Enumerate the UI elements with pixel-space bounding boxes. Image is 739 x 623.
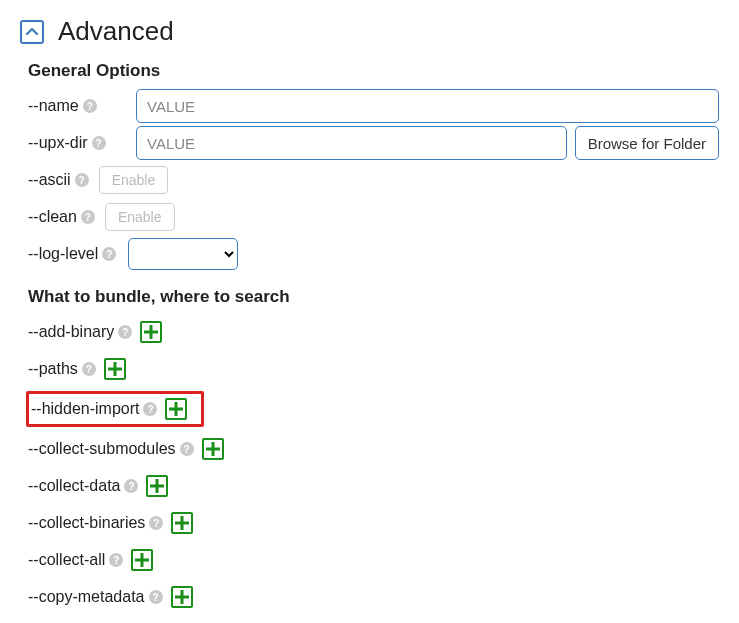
row-paths: --paths ? xyxy=(28,352,719,386)
section-heading: Advanced xyxy=(58,16,174,47)
label-upxdir: --upx-dir xyxy=(28,134,88,152)
general-options-title: General Options xyxy=(28,61,719,81)
label-hidden-import: --hidden-import xyxy=(31,400,139,418)
advanced-header: Advanced xyxy=(20,16,719,47)
collect-binaries-plus-button[interactable] xyxy=(171,512,193,534)
row-collect-all: --collect-all ? xyxy=(28,543,719,577)
row-collect-data: --collect-data ? xyxy=(28,469,719,503)
help-icon[interactable]: ? xyxy=(180,442,194,456)
help-icon[interactable]: ? xyxy=(82,362,96,376)
row-clean: --clean ? Enable xyxy=(28,200,719,234)
plus-icon xyxy=(150,479,164,493)
hidden-import-highlight: --hidden-import ? xyxy=(26,391,204,427)
chevron-up-icon xyxy=(25,25,39,39)
plus-icon xyxy=(135,553,149,567)
plus-icon xyxy=(169,402,183,416)
label-add-binary: --add-binary xyxy=(28,323,114,341)
label-ascii: --ascii xyxy=(28,171,71,189)
label-loglevel: --log-level xyxy=(28,245,98,263)
collect-submodules-plus-button[interactable] xyxy=(202,438,224,460)
plus-icon xyxy=(206,442,220,456)
row-upxdir: --upx-dir ? Browse for Folder xyxy=(28,126,719,160)
help-icon[interactable]: ? xyxy=(109,553,123,567)
hidden-import-plus-button[interactable] xyxy=(165,398,187,420)
collect-data-plus-button[interactable] xyxy=(146,475,168,497)
label-clean: --clean xyxy=(28,208,77,226)
help-icon[interactable]: ? xyxy=(149,590,163,604)
label-collect-submodules: --collect-submodules xyxy=(28,440,176,458)
row-add-binary: --add-binary ? xyxy=(28,315,719,349)
name-input[interactable] xyxy=(136,89,719,123)
help-icon[interactable]: ? xyxy=(149,516,163,530)
clean-enable-button[interactable]: Enable xyxy=(105,203,175,231)
upxdir-input[interactable] xyxy=(136,126,567,160)
label-collect-binaries: --collect-binaries xyxy=(28,514,145,532)
plus-icon xyxy=(175,516,189,530)
row-loglevel: --log-level ? xyxy=(28,237,719,271)
loglevel-select[interactable] xyxy=(128,238,238,270)
copy-metadata-plus-button[interactable] xyxy=(171,586,193,608)
label-paths: --paths xyxy=(28,360,78,378)
label-collect-all: --collect-all xyxy=(28,551,105,569)
row-collect-submodules: --collect-submodules ? xyxy=(28,432,719,466)
label-name: --name xyxy=(28,97,79,115)
browse-folder-button[interactable]: Browse for Folder xyxy=(575,126,719,160)
help-icon[interactable]: ? xyxy=(143,402,157,416)
row-ascii: --ascii ? Enable xyxy=(28,163,719,197)
help-icon[interactable]: ? xyxy=(92,136,106,150)
bundle-section-title: What to bundle, where to search xyxy=(28,287,719,307)
help-icon[interactable]: ? xyxy=(124,479,138,493)
collapse-toggle[interactable] xyxy=(20,20,44,44)
ascii-enable-button[interactable]: Enable xyxy=(99,166,169,194)
label-copy-metadata: --copy-metadata xyxy=(28,588,145,606)
plus-icon xyxy=(175,590,189,604)
help-icon[interactable]: ? xyxy=(118,325,132,339)
label-collect-data: --collect-data xyxy=(28,477,120,495)
row-copy-metadata: --copy-metadata ? xyxy=(28,580,719,614)
collect-all-plus-button[interactable] xyxy=(131,549,153,571)
help-icon[interactable]: ? xyxy=(102,247,116,261)
help-icon[interactable]: ? xyxy=(83,99,97,113)
paths-plus-button[interactable] xyxy=(104,358,126,380)
plus-icon xyxy=(144,325,158,339)
row-collect-binaries: --collect-binaries ? xyxy=(28,506,719,540)
plus-icon xyxy=(108,362,122,376)
help-icon[interactable]: ? xyxy=(75,173,89,187)
row-name: --name ? xyxy=(28,89,719,123)
add-binary-plus-button[interactable] xyxy=(140,321,162,343)
help-icon[interactable]: ? xyxy=(81,210,95,224)
